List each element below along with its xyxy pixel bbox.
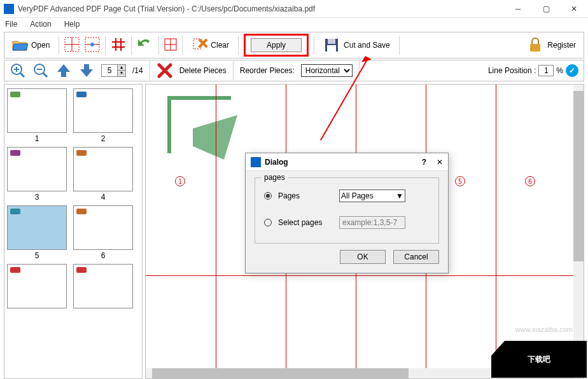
svg-rect-16 [327,45,336,52]
main-toolbar: Open Clear Apply Cut and Save [4,32,584,59]
confirm-check-icon[interactable]: ✓ [566,64,578,77]
dialog-app-icon [251,157,261,167]
clear-x-icon [192,37,208,53]
menu-action[interactable]: Action [27,18,53,30]
dialog-close-icon[interactable]: ✕ [437,158,443,167]
register-button[interactable]: Register [523,36,580,55]
vertical-scrollbar[interactable] [573,85,584,368]
pages-select-value: All Pages [341,191,374,200]
thumbnail[interactable] [7,264,67,310]
page-total-label: /14 [132,66,143,75]
select-pages-input[interactable] [339,216,405,229]
reorder-label: Reorder Pieces: [240,66,295,75]
svg-rect-15 [328,39,335,44]
zoom-in-icon[interactable] [10,62,26,79]
line-position-unit: % [556,66,563,75]
page-current-input[interactable] [102,65,117,76]
ok-button[interactable]: OK [340,250,386,264]
grid-v-5[interactable] [496,85,496,368]
line-position-label: Line Position : [488,66,536,75]
radio-select-pages-label: Select pages [278,218,333,227]
svg-point-5 [90,43,94,46]
menu-help[interactable]: Help [62,18,83,30]
dialog-titlebar[interactable]: Dialog ? ✕ [246,153,448,171]
document-stamp [167,96,231,153]
clear-label: Clear [211,41,229,50]
thumbnail[interactable]: 5 [7,205,67,260]
thumbnail[interactable]: 3 [7,147,67,202]
grid-small-icon[interactable] [164,38,177,53]
maximize-button[interactable]: ▢ [532,0,560,18]
pages-fieldset: pages Pages All Pages▼ Select pages [255,177,439,244]
dialog-help-icon[interactable]: ? [422,158,426,167]
svg-line-19 [20,73,24,77]
radio-pages-label: Pages [278,191,333,200]
cancel-button[interactable]: Cancel [393,250,439,264]
open-button[interactable]: Open [8,36,53,55]
delete-x-icon[interactable] [157,62,173,79]
undo-icon[interactable] [137,38,153,53]
arrow-down-icon[interactable] [78,62,95,79]
menubar: File Action Help [0,18,588,31]
grid-h-1[interactable] [146,275,573,276]
thumbnail[interactable]: 2 [73,88,133,143]
thumbnail[interactable]: 6 [73,205,133,260]
radio-pages[interactable] [264,192,272,200]
pages-select[interactable]: All Pages▼ [339,190,405,202]
page-spinner[interactable]: ▴▾ [101,64,126,77]
thumbnail[interactable]: 4 [73,147,133,202]
app-icon [4,4,14,14]
svg-rect-17 [530,44,540,52]
open-label: Open [31,41,50,50]
minimize-button[interactable]: ─ [504,0,532,18]
cut-and-save-button[interactable]: Cut and Save [319,36,394,55]
dialog-title: Dialog [265,158,422,167]
grid-horizontal-icon[interactable] [85,37,100,54]
apply-highlight: Apply [244,34,309,57]
line-position-input[interactable] [538,65,554,76]
thumbnail[interactable] [73,264,133,310]
pages-legend: pages [262,173,288,182]
hash-grid-icon[interactable] [111,37,126,54]
thumbnail-panel: 123456 [4,84,143,379]
apply-dialog: Dialog ? ✕ pages Pages All Pages▼ Select… [245,153,449,273]
watermark-text: www.xiazaiba.com [515,326,573,333]
cell-number: 5 [455,176,465,186]
clear-button[interactable]: Clear [188,36,233,55]
register-label: Register [547,41,576,50]
zoom-out-icon[interactable] [32,62,49,79]
delete-pieces-label: Delete Pieces [179,66,227,75]
close-button[interactable]: ✕ [560,0,588,18]
secondary-toolbar: ▴▾ /14 Delete Pieces Reorder Pieces: Hor… [4,60,584,81]
cell-number: 6 [525,176,535,186]
titlebar: VeryPDF Advanced PDF Page Cut (Trial Ver… [0,0,588,18]
lock-icon [527,37,543,53]
window-title: VeryPDF Advanced PDF Page Cut (Trial Ver… [18,4,504,13]
apply-button[interactable]: Apply [251,38,302,52]
menu-file[interactable]: File [3,18,20,30]
grid-v-1[interactable] [216,85,216,368]
cut-and-save-label: Cut and Save [344,41,390,50]
cell-number: 1 [175,176,185,186]
grid-both-icon[interactable] [64,37,80,54]
svg-line-23 [43,73,47,77]
thumbnail[interactable]: 1 [7,88,67,143]
folder-open-icon [12,37,29,53]
reorder-select[interactable]: Horizontal [301,64,353,77]
spin-down[interactable]: ▾ [118,71,125,76]
site-logo: 下载吧 [491,341,587,378]
arrow-up-icon[interactable] [55,62,72,79]
floppy-icon [323,37,340,53]
radio-select-pages[interactable] [264,219,272,226]
apply-label: Apply [267,41,286,50]
